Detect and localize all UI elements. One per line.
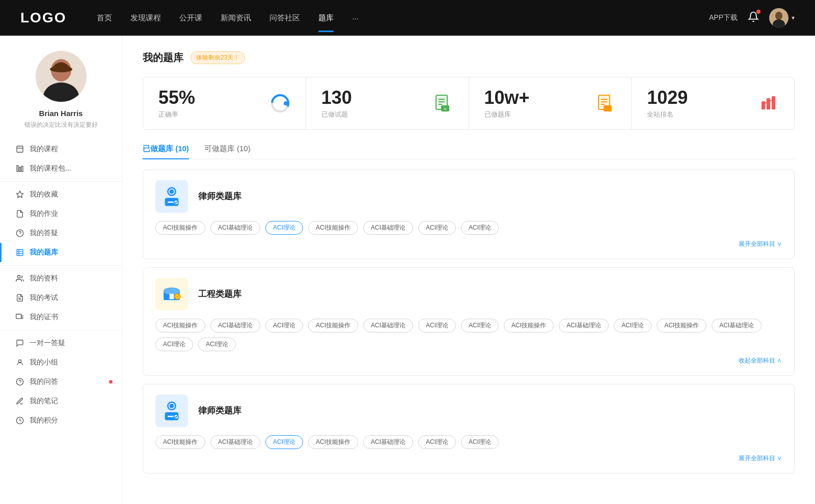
sidebar-item-notes[interactable]: 我的笔记 (0, 391, 122, 411)
nav-qa[interactable]: 问答社区 (269, 10, 300, 26)
tag-1-1[interactable]: ACI基础理论 (210, 221, 260, 235)
tag-2-5[interactable]: ACI理论 (418, 319, 456, 332)
stat-left-1: 55% 正确率 (158, 88, 195, 119)
file-icon (15, 293, 24, 302)
tag-1-4[interactable]: ACI基础理论 (363, 221, 413, 235)
sidebar-item-points[interactable]: 我的积分 (0, 411, 122, 430)
bank-avatar-lawyer-2 (155, 395, 188, 427)
tab-done-banks[interactable]: 已做题库 (10) (143, 144, 189, 159)
nav-bank[interactable]: 题库 (318, 10, 334, 26)
nav-discover[interactable]: 发现课程 (130, 10, 161, 26)
tag-2-9[interactable]: ACI理论 (614, 319, 651, 332)
svg-rect-9 (17, 165, 18, 172)
chat-icon (15, 339, 24, 348)
expand-btn-1[interactable]: 展开全部科目 ∨ (739, 240, 782, 248)
tag-1-2[interactable]: ACI理论 (265, 221, 303, 235)
sidebar-item-bank[interactable]: 我的题库 (0, 243, 122, 262)
bank-tags-3: ACI技能操作 ACI基础理论 ACI理论 ACI技能操作 ACI基础理论 AC… (155, 435, 782, 449)
sidebar-item-certificate[interactable]: 我的证书 (0, 307, 122, 327)
tag-2-13[interactable]: ACI理论 (198, 338, 236, 351)
divider-1 (0, 181, 122, 182)
tag-3-1[interactable]: ACI基础理论 (210, 435, 260, 449)
collapse-btn-2[interactable]: 收起全部科目 ∧ (739, 356, 782, 365)
tag-2-3[interactable]: ACI技能操作 (308, 319, 358, 332)
bank-item-engineer: 工程类题库 ACI技能操作 ACI基础理论 ACI理论 ACI技能操作 ACI基… (143, 267, 795, 376)
divider-2 (0, 265, 122, 266)
nav-news[interactable]: 新闻资讯 (221, 10, 251, 26)
sidebar-menu: 我的课程 我的课程包... 我的收藏 我的作业 (0, 139, 122, 430)
note-icon (15, 397, 24, 406)
bank-header-1: 律师类题库 (155, 180, 782, 213)
expand-btn-3[interactable]: 展开全部科目 ∨ (739, 454, 782, 463)
certificate-icon (15, 313, 24, 322)
trial-badge: 体验剩余23天！ (191, 51, 245, 64)
bank-tags-1: ACI技能操作 ACI基础理论 ACI理论 ACI技能操作 ACI基础理论 AC… (155, 221, 782, 235)
tag-2-1[interactable]: ACI基础理论 (210, 319, 260, 332)
tag-2-8[interactable]: ACI基础理论 (559, 319, 609, 332)
tag-3-6[interactable]: ACI理论 (461, 435, 499, 449)
tab-available-banks[interactable]: 可做题库 (10) (204, 144, 251, 159)
tag-2-10[interactable]: ACI技能操作 (657, 319, 707, 332)
notification-bell[interactable] (748, 11, 759, 24)
sidebar-item-homework[interactable]: 我的作业 (0, 204, 122, 223)
tag-2-12[interactable]: ACI理论 (155, 338, 193, 351)
tag-3-4[interactable]: ACI基础理论 (363, 435, 413, 449)
svg-point-19 (17, 275, 20, 278)
nav-open[interactable]: 公开课 (179, 10, 202, 26)
tag-1-5[interactable]: ACI理论 (418, 221, 456, 235)
sidebar-item-my-qa[interactable]: 我的问答 (0, 372, 122, 391)
qa-icon (15, 377, 24, 386)
tag-1-3[interactable]: ACI技能操作 (308, 221, 358, 235)
profile-name: Brian Harris (39, 109, 83, 118)
sidebar-item-profile[interactable]: 我的资料 (0, 269, 122, 288)
tag-2-0[interactable]: ACI技能操作 (155, 319, 205, 332)
sidebar-item-course-package[interactable]: 我的课程包... (0, 159, 122, 178)
stat-done-banks: 10w+ 已做题库 (469, 77, 632, 129)
doc-icon (15, 145, 24, 154)
bar-icon (15, 164, 24, 173)
stat-label-3: 已做题库 (484, 110, 530, 119)
sidebar-item-exam[interactable]: 我的考试 (0, 288, 122, 307)
sidebar-item-favorites[interactable]: 我的收藏 (0, 185, 122, 204)
sidebar: Brian Harris 错误的决定比没有决定要好 我的课程 我的课程包... (0, 36, 122, 504)
bank-item-lawyer-1: 律师类题库 ACI技能操作 ACI基础理论 ACI理论 ACI技能操作 ACI基… (143, 170, 795, 259)
stat-value-2: 130 (321, 88, 352, 108)
bank-footer-3: 展开全部科目 ∨ (155, 454, 782, 463)
points-icon (15, 416, 24, 425)
tag-1-0[interactable]: ACI技能操作 (155, 221, 205, 235)
svg-rect-11 (21, 166, 23, 172)
svg-rect-42 (604, 105, 612, 111)
nav-home[interactable]: 首页 (97, 10, 112, 26)
bank-header-3: 律师类题库 (155, 395, 782, 427)
svg-text:≡: ≡ (444, 106, 446, 111)
stat-value-3: 10w+ (484, 88, 530, 108)
tag-2-6[interactable]: ACI理论 (461, 319, 499, 332)
star-icon (15, 190, 24, 199)
nav-more[interactable]: ··· (352, 11, 359, 25)
svg-rect-44 (767, 98, 770, 109)
sidebar-item-group[interactable]: 我的小组 (0, 353, 122, 372)
app-download-btn[interactable]: APP下载 (709, 13, 738, 22)
sidebar-item-my-course[interactable]: 我的课程 (0, 139, 122, 159)
tag-3-5[interactable]: ACI理论 (418, 435, 456, 449)
tag-2-4[interactable]: ACI基础理论 (363, 319, 413, 332)
avatar-chevron-icon: ▾ (792, 14, 795, 21)
bar-chart-red-icon (758, 93, 779, 114)
user-avatar-menu[interactable]: ▾ (769, 8, 795, 27)
bank-avatar-engineer (155, 278, 188, 311)
tag-2-2[interactable]: ACI理论 (265, 319, 303, 332)
bank-avatar-lawyer-1 (155, 180, 188, 213)
tag-2-7[interactable]: ACI技能操作 (504, 319, 554, 332)
sidebar-item-one-on-one[interactable]: 一对一答疑 (0, 333, 122, 353)
sidebar-item-ask[interactable]: 我的答疑 (0, 223, 122, 243)
tag-3-3[interactable]: ACI技能操作 (308, 435, 358, 449)
svg-point-1 (775, 12, 782, 20)
tag-2-11[interactable]: ACI基础理论 (712, 319, 762, 332)
tag-3-0[interactable]: ACI技能操作 (155, 435, 205, 449)
nav-menu: 首页 发现课程 公开课 新闻资讯 问答社区 题库 ··· (97, 10, 709, 26)
tag-3-2[interactable]: ACI理论 (265, 435, 303, 449)
svg-rect-45 (772, 96, 775, 109)
svg-rect-7 (17, 146, 23, 152)
tag-1-6[interactable]: ACI理论 (461, 221, 499, 235)
svg-rect-10 (19, 167, 21, 172)
